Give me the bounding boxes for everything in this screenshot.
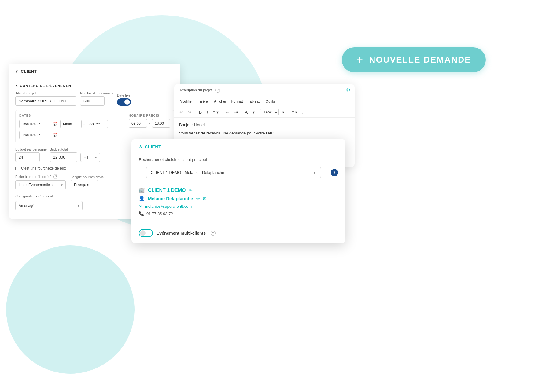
menu-outils[interactable]: Outils bbox=[264, 99, 277, 104]
horaire-precis-label: HORAIRE PRÉCIS bbox=[129, 114, 170, 117]
budget-personne-label: Budget par personne bbox=[15, 148, 47, 151]
dates-label: DATES bbox=[19, 114, 125, 117]
date-fixe-group: Date fixe bbox=[117, 93, 131, 106]
langue-input[interactable] bbox=[71, 180, 98, 189]
line-spacing-button[interactable]: ≡ ▾ bbox=[290, 109, 299, 115]
nouvelle-demande-button[interactable]: + NOUVELLE DEMANDE bbox=[342, 47, 486, 72]
menu-afficher[interactable]: Afficher bbox=[212, 99, 228, 104]
matin-input[interactable] bbox=[60, 120, 82, 128]
date-row: 📅 - 📅 bbox=[19, 120, 125, 139]
time-start-input[interactable] bbox=[129, 119, 147, 128]
building-icon: 🏢 bbox=[139, 187, 145, 193]
menu-format[interactable]: Format bbox=[230, 99, 245, 104]
titre-projet-input[interactable] bbox=[15, 96, 76, 106]
align-button[interactable]: ≡ ▾ bbox=[211, 109, 220, 115]
client-contact-row: 👤 Mélanie Delaplanche ✏ ✉ bbox=[139, 196, 338, 201]
relier-wrapper: Lieux Evenementiels ▼ bbox=[15, 180, 66, 189]
italic-button[interactable]: I bbox=[205, 109, 209, 115]
contact-phone: 01 77 35 03 72 bbox=[146, 211, 173, 216]
titre-projet-group: Titre du projet bbox=[15, 91, 76, 106]
desc-header-label: Description du projet ? bbox=[179, 88, 220, 93]
font-size-select[interactable]: 14px 12px 16px 18px bbox=[260, 109, 279, 115]
budget-type-label bbox=[80, 148, 100, 152]
client-section-header[interactable]: ∨ CLIENT bbox=[9, 64, 180, 79]
client-dropdown[interactable]: CLIENT 1 DEMO - Mélanie - Delaplanche ▼ bbox=[146, 167, 321, 178]
date-fixe-label: Date fixe bbox=[117, 93, 131, 97]
fourchette-checkbox[interactable] bbox=[15, 167, 19, 170]
event-subsection-title: ∧ CONTENU DE L'ÉVÉNEMENT bbox=[15, 84, 174, 88]
redo-button[interactable]: ↪ bbox=[186, 109, 193, 115]
relier-select[interactable]: Lieux Evenementiels bbox=[15, 180, 66, 189]
toolbar-sep-1 bbox=[195, 109, 195, 115]
desc-greeting: Bonjour Lionel, bbox=[179, 122, 350, 128]
dropdown-arrow-icon: ▼ bbox=[313, 170, 316, 175]
email-row: ✉ melanie@superclientt.com bbox=[139, 204, 338, 209]
outdent-button[interactable]: ⇤ bbox=[224, 109, 231, 115]
plus-icon: + bbox=[356, 53, 363, 66]
menu-modifier[interactable]: Modifier bbox=[178, 99, 195, 104]
date-start-input[interactable] bbox=[19, 120, 51, 128]
chevron-icon: ∨ bbox=[15, 69, 18, 74]
menu-tableau[interactable]: Tableau bbox=[246, 99, 263, 104]
multi-client-row: Événement multi-clients ? bbox=[131, 225, 345, 243]
phone-row: 📞 01 77 35 03 72 bbox=[139, 211, 338, 216]
client-company-name: CLIENT 1 DEMO bbox=[148, 188, 186, 193]
desc-body: Vous venez de recevoir une demande pour … bbox=[179, 130, 350, 137]
client-dropdown-value: CLIENT 1 DEMO - Mélanie - Delaplanche bbox=[151, 170, 224, 175]
fourchette-label: C'est une fourchette de prix bbox=[21, 166, 66, 170]
titre-projet-label: Titre du projet bbox=[15, 91, 76, 95]
undo-button[interactable]: ↩ bbox=[178, 109, 185, 115]
calendar-end-icon: 📅 bbox=[53, 133, 58, 137]
client-card: ∧ CLIENT Rechercher et choisir le client… bbox=[131, 139, 345, 243]
color-button[interactable]: A bbox=[243, 109, 249, 115]
time-end-input[interactable] bbox=[152, 119, 170, 128]
budget-total-label: Budget total bbox=[50, 148, 77, 151]
date-end-group: 📅 bbox=[19, 131, 58, 139]
nombre-personnes-input[interactable] bbox=[80, 96, 105, 106]
budget-total-input[interactable] bbox=[50, 152, 77, 162]
desc-gear-icon[interactable]: ⚙ bbox=[346, 87, 350, 93]
relier-group: Relier à un profil société ? Lieux Evene… bbox=[15, 174, 66, 189]
budget-personne-input[interactable] bbox=[15, 152, 40, 162]
contact-email: melanie@superclientt.com bbox=[145, 204, 192, 209]
date-fixe-toggle[interactable] bbox=[117, 98, 131, 106]
time-range: - bbox=[60, 120, 108, 128]
toolbar-sep-2 bbox=[222, 109, 222, 115]
langue-group: Langue pour les devis bbox=[71, 175, 104, 189]
bg-circle-bottom bbox=[6, 245, 135, 374]
multi-client-label: Événement multi-clients bbox=[157, 231, 206, 236]
dash-2: - bbox=[149, 121, 150, 126]
soiree-input[interactable] bbox=[87, 120, 108, 128]
bold-button[interactable]: B bbox=[197, 109, 203, 115]
multi-client-toggle[interactable] bbox=[139, 229, 153, 237]
nouvelle-demande-label: NOUVELLE DEMANDE bbox=[369, 55, 471, 65]
nombre-personnes-label: Nombre de personnes bbox=[80, 91, 113, 95]
color-dropdown[interactable]: ▾ bbox=[251, 109, 256, 115]
relier-help-icon[interactable]: ? bbox=[53, 174, 58, 179]
calendar-icon: 📅 bbox=[53, 122, 58, 126]
config-select[interactable]: Aménagé bbox=[15, 201, 83, 210]
font-size-dropdown[interactable]: ▾ bbox=[281, 109, 286, 115]
desc-project-label: Description du projet bbox=[179, 88, 212, 92]
chevron-client-icon: ∧ bbox=[139, 144, 142, 149]
more-button[interactable]: ... bbox=[300, 109, 307, 115]
budget-type-select[interactable]: HT TTC bbox=[80, 153, 100, 162]
indent-button[interactable]: ⇥ bbox=[233, 109, 239, 115]
multi-client-help-icon[interactable]: ? bbox=[211, 231, 216, 236]
toolbar-sep-4 bbox=[258, 109, 258, 115]
project-title-row: Titre du projet Nombre de personnes Date… bbox=[15, 91, 174, 106]
menu-inserer[interactable]: Insérer bbox=[196, 99, 211, 104]
langue-label: Langue pour les devis bbox=[71, 175, 104, 179]
desc-toolbar-row2: ↩ ↪ B I ≡ ▾ ⇤ ⇥ A ▾ 14px 12px 16px 18px … bbox=[174, 107, 355, 118]
phone-icon: 📞 bbox=[139, 211, 144, 216]
desc-menu-bar: Modifier Insérer Afficher Format Tableau… bbox=[174, 96, 355, 107]
relier-label: Relier à un profil société ? bbox=[15, 174, 66, 179]
budget-type-group: HT TTC ▼ bbox=[80, 148, 100, 162]
contact-edit-icon[interactable]: ✏ bbox=[196, 196, 200, 201]
desc-help-icon[interactable]: ? bbox=[215, 88, 220, 93]
date-end-input[interactable] bbox=[19, 131, 51, 139]
client-front-label: CLIENT bbox=[145, 144, 161, 149]
company-edit-icon[interactable]: ✏ bbox=[189, 188, 193, 193]
client-help-button[interactable]: ? bbox=[331, 169, 338, 176]
contact-mail-icon[interactable]: ✉ bbox=[203, 196, 207, 201]
